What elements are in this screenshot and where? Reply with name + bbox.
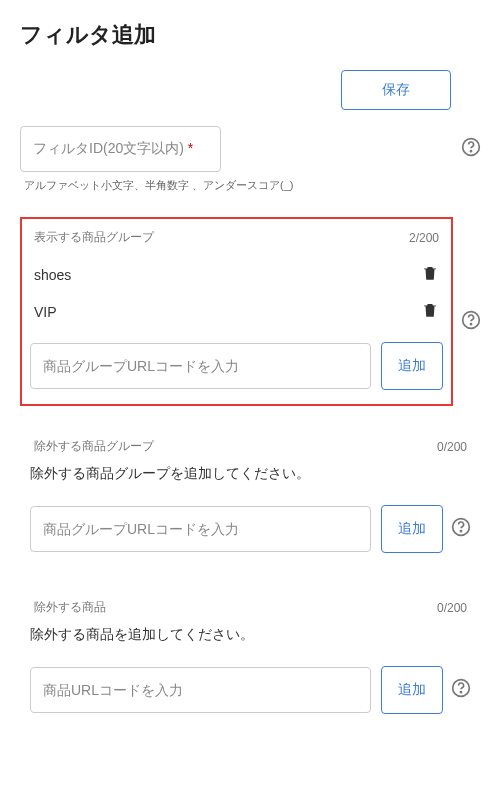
add-button[interactable]: 追加 (381, 666, 443, 714)
exclude-product-empty-msg: 除外する商品を追加してください。 (30, 626, 471, 644)
exclude-group-label: 除外する商品グループ (34, 438, 154, 455)
help-icon[interactable] (451, 517, 471, 541)
help-icon[interactable] (461, 310, 481, 334)
item-name: shoes (34, 267, 71, 283)
exclude-group-section: 除外する商品グループ 0/200 除外する商品グループを追加してください。 追加 (20, 426, 481, 567)
exclude-product-count: 0/200 (437, 601, 467, 615)
add-button[interactable]: 追加 (381, 505, 443, 553)
exclude-group-url-input[interactable] (30, 506, 371, 552)
page-title: フィルタ追加 (20, 20, 481, 50)
svg-point-7 (460, 692, 461, 693)
filter-id-hint: アルファベット小文字、半角数字 、アンダースコア(_) (24, 178, 481, 193)
add-button[interactable]: 追加 (381, 342, 443, 390)
item-name: VIP (34, 304, 57, 320)
delete-icon[interactable] (421, 264, 439, 285)
display-group-label: 表示する商品グループ (34, 229, 154, 246)
svg-point-1 (470, 151, 471, 152)
exclude-product-label: 除外する商品 (34, 599, 106, 616)
delete-icon[interactable] (421, 301, 439, 322)
help-icon[interactable] (451, 678, 471, 702)
svg-point-5 (460, 531, 461, 532)
display-group-url-input[interactable] (30, 343, 371, 389)
display-group-count: 2/200 (409, 231, 439, 245)
filter-id-input[interactable] (20, 126, 221, 172)
save-button[interactable]: 保存 (341, 70, 451, 110)
help-icon[interactable] (461, 137, 481, 161)
list-item: shoes (30, 256, 443, 293)
exclude-group-empty-msg: 除外する商品グループを追加してください。 (30, 465, 471, 483)
exclude-group-count: 0/200 (437, 440, 467, 454)
list-item: VIP (30, 293, 443, 330)
exclude-product-url-input[interactable] (30, 667, 371, 713)
display-group-section: 表示する商品グループ 2/200 shoes VIP 追加 (20, 217, 453, 406)
exclude-product-section: 除外する商品 0/200 除外する商品を追加してください。 追加 (20, 587, 481, 728)
svg-point-3 (470, 323, 471, 324)
